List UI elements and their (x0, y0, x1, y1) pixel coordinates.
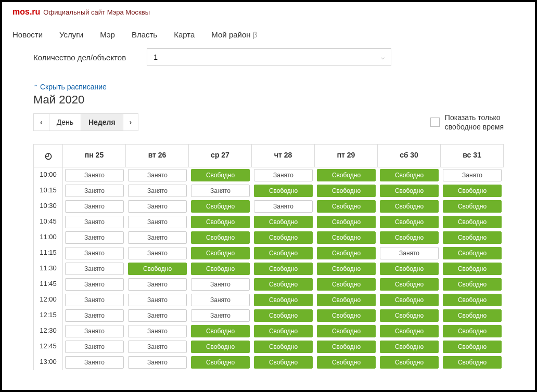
nav-item-2[interactable]: Мэр (100, 30, 115, 39)
slot-free[interactable]: Свободно (317, 341, 376, 353)
slot-busy[interactable]: Занято (65, 309, 124, 322)
slot-busy[interactable]: Занято (128, 247, 187, 259)
slot-free[interactable]: Свободно (443, 341, 502, 353)
slot-free[interactable]: Свободно (380, 200, 439, 213)
slot-busy[interactable]: Занято (128, 325, 187, 337)
slot-free[interactable]: Свободно (443, 200, 502, 213)
slot-busy[interactable]: Занято (128, 185, 187, 197)
slot-free[interactable]: Свободно (443, 247, 502, 259)
slot-free[interactable]: Свободно (254, 263, 313, 275)
slot-free[interactable]: Свободно (317, 278, 376, 291)
prev-button[interactable]: ‹ (34, 114, 49, 130)
slot-busy[interactable]: Занято (128, 169, 187, 181)
slot-busy[interactable]: Занято (443, 169, 502, 181)
slot-free[interactable]: Свободно (254, 294, 313, 306)
slot-free[interactable]: Свободно (254, 185, 313, 197)
slot-free[interactable]: Свободно (317, 169, 376, 181)
slot-busy[interactable]: Занято (65, 278, 124, 291)
slot-busy[interactable]: Занято (128, 200, 187, 213)
slot-free[interactable]: Свободно (254, 341, 313, 353)
qty-select[interactable]: 1 ⌵ (147, 48, 391, 66)
slot-free[interactable]: Свободно (443, 294, 502, 306)
slot-busy[interactable]: Занято (128, 278, 187, 291)
slot-busy[interactable]: Занято (65, 200, 124, 213)
slot-busy[interactable]: Занято (191, 278, 250, 291)
slot-busy[interactable]: Занято (128, 341, 187, 353)
slot-free[interactable]: Свободно (191, 341, 250, 353)
slot-busy[interactable]: Занято (65, 356, 124, 369)
slot-free[interactable]: Свободно (254, 325, 313, 337)
slot-busy[interactable]: Занято (65, 231, 124, 244)
slot-free[interactable]: Свободно (191, 356, 250, 369)
slot-busy[interactable]: Занято (128, 309, 187, 322)
slot-free[interactable]: Свободно (380, 356, 439, 369)
slot-free[interactable]: Свободно (254, 231, 313, 244)
slot-free[interactable]: Свободно (380, 309, 439, 322)
slot-busy[interactable]: Занято (65, 325, 124, 337)
nav-item-3[interactable]: Власть (132, 30, 157, 39)
view-week-button[interactable]: Неделя (81, 114, 123, 130)
slot-busy[interactable]: Занято (128, 294, 187, 306)
slot-free[interactable]: Свободно (380, 341, 439, 353)
hide-schedule-toggle[interactable]: ⌃ Скрыть расписание (33, 83, 504, 91)
slot-free[interactable]: Свободно (317, 216, 376, 228)
nav-item-0[interactable]: Новости (12, 30, 43, 39)
slot-free[interactable]: Свободно (443, 185, 502, 197)
slot-busy[interactable]: Занято (65, 341, 124, 353)
slot-free[interactable]: Свободно (443, 278, 502, 291)
slot-free[interactable]: Свободно (191, 200, 250, 213)
slot-free[interactable]: Свободно (380, 185, 439, 197)
slot-free[interactable]: Свободно (191, 247, 250, 259)
slot-free[interactable]: Свободно (317, 247, 376, 259)
slot-free[interactable]: Свободно (380, 231, 439, 244)
slot-busy[interactable]: Занято (65, 294, 124, 306)
slot-free[interactable]: Свободно (317, 325, 376, 337)
slot-busy[interactable]: Занято (254, 200, 313, 213)
free-only-checkbox[interactable] (430, 117, 440, 127)
slot-free[interactable]: Свободно (191, 216, 250, 228)
slot-free[interactable]: Свободно (380, 325, 439, 337)
slot-free[interactable]: Свободно (317, 309, 376, 322)
slot-free[interactable]: Свободно (380, 216, 439, 228)
slot-free[interactable]: Свободно (254, 216, 313, 228)
slot-free[interactable]: Свободно (317, 356, 376, 369)
slot-free[interactable]: Свободно (443, 356, 502, 369)
slot-busy[interactable]: Занято (128, 231, 187, 244)
nav-item-4[interactable]: Карта (174, 30, 195, 39)
slot-free[interactable]: Свободно (443, 216, 502, 228)
slot-free[interactable]: Свободно (443, 309, 502, 322)
slot-free[interactable]: Свободно (317, 185, 376, 197)
slot-busy[interactable]: Занято (65, 263, 124, 275)
slot-free[interactable]: Свободно (443, 263, 502, 275)
slot-free[interactable]: Свободно (191, 231, 250, 244)
slot-free[interactable]: Свободно (380, 294, 439, 306)
slot-busy[interactable]: Занято (254, 169, 313, 181)
slot-free[interactable]: Свободно (317, 294, 376, 306)
slot-busy[interactable]: Занято (65, 185, 124, 197)
slot-busy[interactable]: Занято (191, 185, 250, 197)
slot-free[interactable]: Свободно (254, 247, 313, 259)
site-logo[interactable]: mos.ru (12, 7, 40, 17)
slot-free[interactable]: Свободно (191, 325, 250, 337)
slot-free[interactable]: Свободно (443, 231, 502, 244)
slot-busy[interactable]: Занято (380, 247, 439, 259)
slot-busy[interactable]: Занято (65, 216, 124, 228)
slot-free[interactable]: Свободно (317, 263, 376, 275)
slot-busy[interactable]: Занято (191, 309, 250, 322)
nav-item-1[interactable]: Услуги (59, 30, 83, 39)
slot-free[interactable]: Свободно (317, 231, 376, 244)
nav-item-5[interactable]: Мой район β (211, 30, 257, 39)
slot-busy[interactable]: Занято (65, 169, 124, 181)
slot-free[interactable]: Свободно (191, 263, 250, 275)
slot-free[interactable]: Свободно (254, 309, 313, 322)
slot-free[interactable]: Свободно (380, 263, 439, 275)
view-day-button[interactable]: День (49, 114, 81, 130)
slot-free[interactable]: Свободно (254, 356, 313, 369)
slot-free[interactable]: Свободно (254, 278, 313, 291)
next-button[interactable]: › (123, 114, 138, 130)
slot-free[interactable]: Свободно (380, 278, 439, 291)
slot-busy[interactable]: Занято (128, 356, 187, 369)
slot-free[interactable]: Свободно (380, 169, 439, 181)
slot-busy[interactable]: Занято (65, 247, 124, 259)
slot-free[interactable]: Свободно (128, 263, 187, 275)
